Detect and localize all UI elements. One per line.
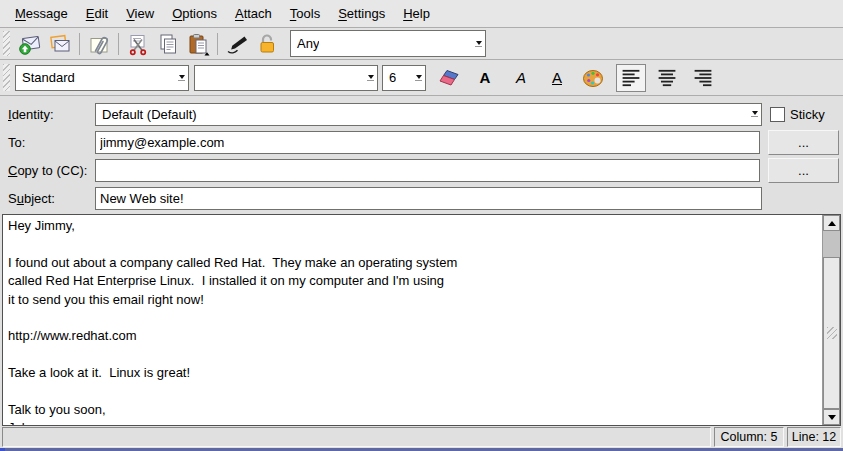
chevron-down-icon: [173, 75, 185, 81]
cc-label: Copy to (CC):: [8, 163, 95, 178]
italic-button[interactable]: A: [506, 64, 536, 92]
to-row: To: ...: [8, 130, 839, 154]
header-fields-area: Identity: Default (Default) Sticky To: .…: [0, 96, 843, 214]
cc-row: Copy to (CC): ...: [8, 158, 839, 182]
chevron-down-icon: [746, 111, 758, 117]
copy-icon: [156, 32, 180, 56]
sign-button[interactable]: [222, 30, 252, 58]
chevron-down-icon: [410, 75, 422, 81]
toolbar-separator: [217, 33, 218, 55]
menu-help[interactable]: Help: [394, 3, 439, 24]
composer-window: Message Edit View Options Attach Tools S…: [0, 0, 843, 451]
queue-icon: [48, 32, 72, 56]
attach-file-icon: [87, 32, 111, 56]
identity-row: Identity: Default (Default) Sticky: [8, 102, 839, 126]
arrow-down-icon: [828, 415, 836, 420]
menu-tools[interactable]: Tools: [281, 3, 329, 24]
scrollbar-thumb[interactable]: [823, 257, 840, 409]
identity-value: Default (Default): [102, 107, 197, 122]
send-icon: [18, 32, 42, 56]
paste-button[interactable]: [183, 30, 213, 58]
menu-settings[interactable]: Settings: [329, 3, 394, 24]
font-size-select[interactable]: 6: [382, 65, 426, 91]
menu-edit[interactable]: Edit: [77, 3, 117, 24]
align-left-button[interactable]: [616, 64, 646, 92]
send-button[interactable]: [15, 30, 45, 58]
queue-button[interactable]: [45, 30, 75, 58]
menu-bar: Message Edit View Options Attach Tools S…: [0, 0, 843, 28]
menu-message[interactable]: Message: [6, 3, 77, 24]
to-address-book-button[interactable]: ...: [768, 130, 839, 155]
vertical-scrollbar[interactable]: [822, 215, 840, 425]
copy-button[interactable]: [153, 30, 183, 58]
bold-icon: A: [480, 70, 491, 85]
menu-view[interactable]: View: [117, 3, 163, 24]
menu-attach[interactable]: Attach: [226, 3, 281, 24]
toolbar-separator: [118, 33, 119, 55]
menu-options[interactable]: Options: [163, 3, 226, 24]
attach-file-button[interactable]: [84, 30, 114, 58]
message-body-editor[interactable]: Hey Jimmy, I found out about a company c…: [2, 214, 841, 426]
cut-button[interactable]: [123, 30, 153, 58]
scroll-down-button[interactable]: [823, 409, 840, 425]
status-bar: Column: 5 Line: 12: [0, 426, 843, 448]
paragraph-style-select[interactable]: Standard: [15, 65, 189, 91]
subject-input[interactable]: [95, 187, 762, 210]
remove-formatting-button[interactable]: [434, 64, 464, 92]
status-message-panel: [2, 427, 711, 447]
toolbar-grip[interactable]: [3, 31, 10, 55]
format-toolbar: Standard 6 A A: [0, 60, 843, 96]
subject-row: Subject:: [8, 186, 839, 210]
font-family-select[interactable]: [194, 65, 378, 91]
paragraph-style-value: Standard: [22, 70, 75, 85]
to-label: To:: [8, 135, 95, 150]
toolbar-separator: [79, 33, 80, 55]
arrow-up-icon: [828, 221, 836, 226]
align-right-icon: [691, 66, 715, 90]
underline-button[interactable]: A: [542, 64, 572, 92]
toolbar-grip[interactable]: [3, 64, 10, 91]
italic-icon: A: [516, 70, 526, 85]
underline-icon: A: [552, 70, 562, 85]
status-column-indicator: Column: 5: [714, 427, 784, 447]
align-left-icon: [619, 66, 643, 90]
message-type-value: Any: [297, 36, 319, 51]
sign-icon: [225, 32, 249, 56]
align-center-button[interactable]: [652, 64, 682, 92]
scroll-up-button[interactable]: [823, 215, 840, 231]
cut-icon: [126, 32, 150, 56]
status-line-indicator: Line: 12: [787, 427, 841, 447]
identity-label: Identity:: [8, 107, 95, 122]
sticky-option: Sticky: [770, 107, 839, 122]
message-type-select[interactable]: Any: [290, 30, 486, 57]
paste-icon: [186, 32, 210, 56]
palette-icon: [581, 66, 605, 90]
identity-select[interactable]: Default (Default): [95, 103, 762, 126]
eraser-icon: [437, 66, 461, 90]
align-center-icon: [655, 66, 679, 90]
encrypt-button[interactable]: [252, 30, 282, 58]
main-toolbar: Any: [0, 28, 843, 60]
cc-input[interactable]: [95, 159, 760, 182]
cc-address-book-button[interactable]: ...: [768, 158, 839, 183]
chevron-down-icon: [470, 41, 482, 47]
encrypt-icon: [255, 32, 279, 56]
align-right-button[interactable]: [688, 64, 718, 92]
scrollbar-track[interactable]: [823, 231, 840, 257]
subject-label: Subject:: [8, 191, 95, 206]
bold-button[interactable]: A: [470, 64, 500, 92]
sticky-label: Sticky: [790, 107, 825, 122]
message-body-text[interactable]: Hey Jimmy, I found out about a company c…: [3, 215, 821, 425]
to-input[interactable]: [95, 131, 760, 154]
font-size-value: 6: [389, 70, 396, 85]
text-color-button[interactable]: [578, 64, 608, 92]
sticky-checkbox[interactable]: [770, 107, 785, 122]
chevron-down-icon: [362, 75, 374, 81]
